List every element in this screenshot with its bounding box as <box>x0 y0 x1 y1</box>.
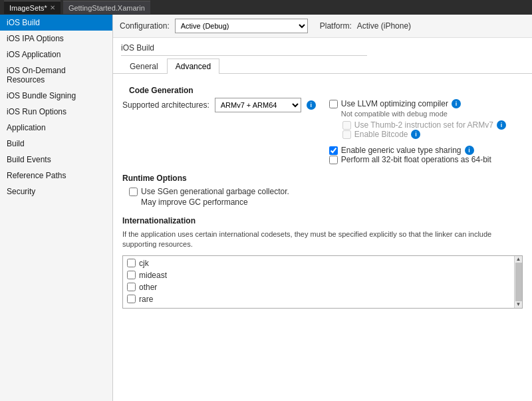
title-bar: ImageSets* ✕ GettingStarted.Xamarin <box>0 0 532 15</box>
internationalization-section: Internationalization If the application … <box>122 216 523 309</box>
inner-tab-row: General Advanced <box>113 59 532 74</box>
tab-advanced[interactable]: Advanced <box>167 59 219 74</box>
float32-label: Perform all 32-bit float operations as 6… <box>341 155 491 164</box>
sidebar-item-ios-bundle-signing[interactable]: iOS Bundle Signing <box>0 88 112 104</box>
sgen-label: Use SGen generational garbage collector. <box>141 187 289 196</box>
sidebar-item-ios-application[interactable]: iOS Application <box>0 47 112 63</box>
sgen-row: Use SGen generational garbage collector. <box>129 187 523 196</box>
thumb2-checkbox[interactable] <box>342 121 351 130</box>
intl-list[interactable]: cjk mideast other rare <box>123 256 522 308</box>
tab-imagesets-close[interactable]: ✕ <box>50 4 55 11</box>
arch-select[interactable]: ARMv7 + ARM64 <box>215 98 301 112</box>
platform-value: Active (iPhone) <box>357 21 411 31</box>
arch-info-icon[interactable]: i <box>307 100 316 110</box>
ios-build-header: iOS Build <box>113 38 532 55</box>
tab-gettingstarted[interactable]: GettingStarted.Xamarin <box>63 1 150 14</box>
thumb2-row: Use Thumb-2 instruction set for ARMv7 i <box>342 120 523 130</box>
tab-imagesets-label: ImageSets* <box>9 4 47 12</box>
intl-item-cjk: cjk <box>127 259 510 268</box>
runtime-options-title: Runtime Options <box>122 174 523 183</box>
intl-cjk-checkbox[interactable] <box>127 259 136 267</box>
col-right-options: Use LLVM optimizing compiler i Not compa… <box>329 98 523 164</box>
generic-sharing-info-icon[interactable]: i <box>465 146 474 155</box>
sidebar-item-build-events[interactable]: Build Events <box>0 152 112 168</box>
content-area: Configuration: Active (Debug) Platform: … <box>113 15 532 401</box>
platform-label: Platform: <box>320 21 352 31</box>
thumb2-label: Use Thumb-2 instruction set for ARMv7 <box>354 120 493 130</box>
sidebar-item-application[interactable]: Application <box>0 120 112 136</box>
intl-other-checkbox[interactable] <box>127 283 136 291</box>
intl-desc: If the application uses certain internat… <box>122 229 523 250</box>
intl-mideast-checkbox[interactable] <box>127 271 136 279</box>
float32-row: Perform all 32-bit float operations as 6… <box>329 155 523 164</box>
thumb2-indent: Use Thumb-2 instruction set for ARMv7 i … <box>329 120 523 139</box>
col-left-arch: Supported architectures: ARMv7 + ARM64 i <box>122 98 316 164</box>
float32-checkbox[interactable] <box>329 156 338 164</box>
generic-sharing-section: Enable generic value type sharing i Perf… <box>329 146 523 164</box>
llvm-label: Use LLVM optimizing compiler <box>341 99 448 108</box>
scroll-up-icon[interactable]: ▲ <box>516 257 521 262</box>
sidebar-item-reference-paths[interactable]: Reference Paths <box>0 168 112 184</box>
intl-scrollbar: ▲ ▼ <box>514 256 522 308</box>
sidebar-item-ios-run-options[interactable]: iOS Run Options <box>0 104 112 120</box>
generic-sharing-checkbox[interactable] <box>329 146 338 155</box>
intl-title: Internationalization <box>122 216 523 225</box>
intl-item-other: other <box>127 283 510 292</box>
intl-cjk-label: cjk <box>139 259 149 268</box>
llvm-info-icon[interactable]: i <box>452 99 461 108</box>
generic-sharing-label: Enable generic value type sharing <box>341 146 462 155</box>
llvm-row: Use LLVM optimizing compiler i <box>329 99 523 108</box>
sidebar-item-build[interactable]: Build <box>0 136 112 152</box>
intl-list-wrapper: cjk mideast other rare <box>122 255 523 309</box>
sgen-checkbox[interactable] <box>129 188 138 196</box>
code-generation-title: Code Generation <box>122 82 523 98</box>
generic-sharing-row: Enable generic value type sharing i <box>329 146 523 155</box>
advanced-tab-content: Code Generation Supported architectures:… <box>113 74 532 401</box>
scroll-down-icon[interactable]: ▼ <box>516 302 521 307</box>
main-container: iOS Build iOS IPA Options iOS Applicatio… <box>0 15 532 401</box>
right-options-group: Use LLVM optimizing compiler i Not compa… <box>329 99 523 164</box>
tab-general[interactable]: General <box>121 59 167 74</box>
tab-imagesets[interactable]: ImageSets* ✕ <box>4 1 61 14</box>
llvm-sub: Not compatible with debug mode <box>329 110 523 118</box>
intl-other-label: other <box>139 283 157 292</box>
runtime-options-body: Use SGen generational garbage collector.… <box>122 187 523 207</box>
thumb2-info-icon[interactable]: i <box>497 120 506 130</box>
arch-row: Supported architectures: ARMv7 + ARM64 i <box>122 98 316 112</box>
sidebar-item-security[interactable]: Security <box>0 184 112 200</box>
tab-gettingstarted-label: GettingStarted.Xamarin <box>68 4 145 12</box>
sidebar-item-ios-ipa-options[interactable]: iOS IPA Options <box>0 31 112 47</box>
sidebar-item-ios-build[interactable]: iOS Build <box>0 15 112 31</box>
runtime-options-section: Runtime Options Use SGen generational ga… <box>122 174 523 207</box>
ios-build-divider <box>121 55 367 56</box>
bitcode-label: Enable Bitcode <box>354 130 408 139</box>
config-select[interactable]: Active (Debug) <box>175 19 308 33</box>
config-bar: Configuration: Active (Debug) Platform: … <box>113 15 532 38</box>
intl-item-rare: rare <box>127 295 510 304</box>
intl-rare-checkbox[interactable] <box>127 295 136 303</box>
intl-mideast-label: mideast <box>139 271 167 280</box>
config-label: Configuration: <box>120 21 170 31</box>
llvm-checkbox[interactable] <box>329 100 338 108</box>
sidebar: iOS Build iOS IPA Options iOS Applicatio… <box>0 15 113 401</box>
bitcode-row: Enable Bitcode i <box>342 130 523 139</box>
intl-item-mideast: mideast <box>127 271 510 280</box>
code-generation-section: Code Generation Supported architectures:… <box>122 82 523 164</box>
intl-rare-label: rare <box>139 295 153 304</box>
arch-label: Supported architectures: <box>122 100 209 110</box>
bitcode-checkbox[interactable] <box>342 130 351 139</box>
bitcode-info-icon[interactable]: i <box>411 130 420 139</box>
sgen-sub: May improve GC performance <box>129 198 523 207</box>
code-gen-columns: Supported architectures: ARMv7 + ARM64 i… <box>122 98 523 164</box>
sidebar-item-ios-ondemand[interactable]: iOS On-Demand Resources <box>0 63 112 88</box>
